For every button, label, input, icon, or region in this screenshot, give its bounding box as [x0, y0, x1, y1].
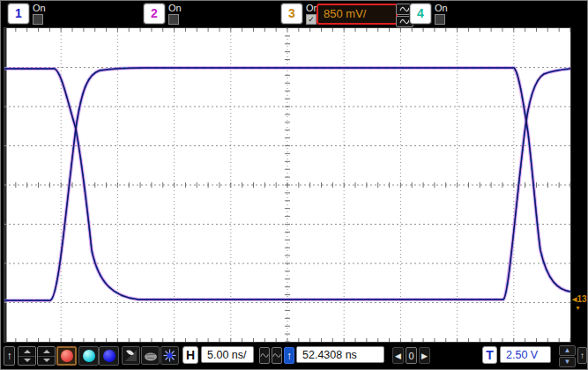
pan-up-button[interactable]: ↑ — [4, 346, 15, 366]
channel-3-scale-field[interactable]: 850 mV/ — [316, 4, 398, 25]
waveform-display[interactable] — [4, 28, 570, 342]
marker-color-cyan-button[interactable] — [78, 346, 99, 366]
chevron-up-icon — [24, 350, 31, 353]
channel-1-checkbox[interactable] — [33, 14, 43, 25]
intensity-icon — [163, 349, 176, 362]
vertical-adjust-spinner-2 — [37, 346, 56, 366]
pointer-mode-button[interactable] — [122, 346, 140, 365]
step-right-button[interactable]: ▶ — [419, 347, 430, 364]
graticule-grid — [4, 28, 570, 342]
channel-1-on-label: On — [33, 4, 46, 13]
touch-mode-button[interactable] — [141, 346, 160, 365]
bottom-toolbar: ↑ — [1, 343, 588, 370]
spinner-down-button[interactable] — [19, 357, 35, 366]
trigger-menu-button[interactable]: T — [482, 346, 497, 364]
oscilloscope-window: 1 On 2 On 3 On ✓ 850 mV/ — [0, 0, 588, 370]
up-arrow-icon: ↑ — [7, 350, 12, 362]
channel-4-checkbox[interactable] — [435, 14, 445, 25]
trigger-level-spinner: ▲ ▼ — [559, 345, 576, 367]
left-arrow-icon: ◀ — [395, 352, 401, 360]
pointer-mode-icon — [124, 349, 138, 362]
marker-color-blue-button[interactable] — [99, 346, 119, 366]
spinner-up-button[interactable] — [19, 347, 35, 357]
triangle-up-icon: ▲ — [564, 347, 571, 354]
up-arrow-icon: ↑ — [287, 350, 292, 362]
up-arrow-icon: ↑ — [580, 351, 584, 360]
channel-3-group: 3 On ✓ — [281, 4, 319, 25]
channel-2-checkbox[interactable] — [168, 14, 179, 25]
channel-3-button[interactable]: 3 — [281, 4, 302, 24]
triangle-down-icon: ▼ — [564, 359, 571, 366]
horizontal-zoom-button[interactable] — [259, 347, 270, 364]
sine-icon — [399, 6, 410, 12]
timebase-field[interactable]: 5.00 ns/ — [201, 346, 254, 363]
sine-icon — [260, 352, 269, 359]
chevron-up-icon — [43, 350, 50, 353]
channel-2-button[interactable]: 2 — [144, 4, 165, 24]
trigger-level-field[interactable]: 2.50 V — [500, 346, 551, 363]
trigger-edge-indicator[interactable]: ↑ — [284, 347, 294, 364]
waveform-svg — [4, 28, 570, 342]
touch-icon — [144, 351, 158, 361]
channel-ground-marker[interactable]: ◀13 ▼ — [572, 295, 587, 312]
channel-2-on-label: On — [168, 4, 182, 13]
step-value-button[interactable]: 0 — [406, 347, 417, 364]
channel-1-group: 1 On — [8, 4, 46, 25]
intensity-button[interactable] — [160, 346, 179, 365]
marker-color-red-button[interactable] — [56, 346, 77, 366]
spinner-up-button[interactable] — [38, 347, 55, 357]
step-left-button[interactable]: ◀ — [392, 347, 404, 364]
red-dot-icon — [61, 350, 73, 362]
spinner-down-button[interactable] — [38, 357, 55, 366]
sine-icon — [272, 352, 281, 359]
level-down-button[interactable]: ▼ — [559, 357, 576, 367]
channel-4-on-label: On — [435, 4, 448, 13]
horizontal-fine-button[interactable] — [272, 347, 282, 364]
chevron-down-icon — [24, 359, 31, 362]
sine-icon — [399, 18, 410, 25]
vertical-adjust-spinner-1 — [18, 346, 36, 366]
marker-down-arrow-icon: ▼ — [575, 305, 581, 311]
marker-label: 13 — [577, 294, 586, 304]
horizontal-menu-button[interactable]: H — [182, 346, 198, 364]
level-up-button[interactable]: ▲ — [559, 345, 576, 356]
channel-4-button[interactable]: 4 — [410, 4, 431, 24]
channel-4-group: 4 On — [410, 4, 448, 25]
cyan-dot-icon — [83, 350, 95, 362]
channel-3-checkbox[interactable]: ✓ — [306, 14, 316, 25]
channel-2-group: 2 On — [144, 4, 182, 25]
delay-time-field[interactable]: 52.4308 ns — [296, 346, 384, 363]
channel-1-button[interactable]: 1 — [8, 4, 29, 24]
chevron-down-icon — [43, 359, 50, 362]
right-arrow-icon: ▶ — [421, 352, 428, 360]
trigger-slope-button[interactable]: ↑ — [577, 347, 587, 364]
blue-dot-icon — [103, 350, 115, 362]
